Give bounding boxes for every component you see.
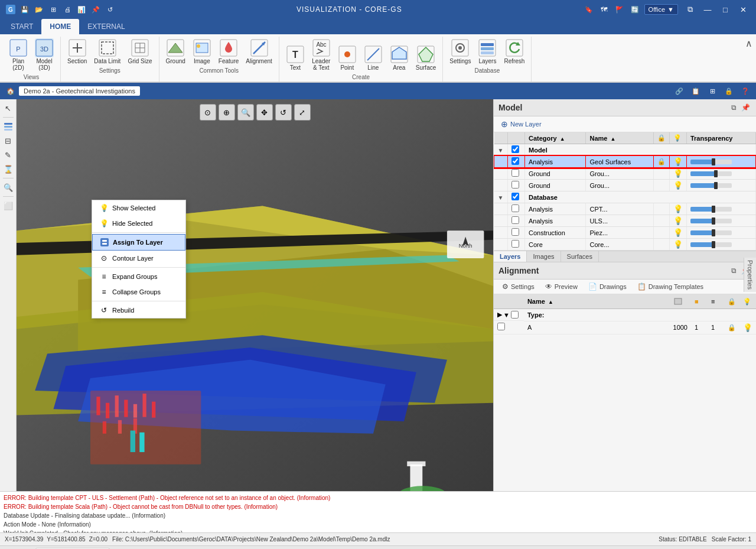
row-lock[interactable]: 🔒 (653, 156, 669, 168)
align-row-bulb[interactable]: 💡 (739, 321, 756, 334)
model-restore-btn[interactable]: ⧉ (728, 102, 739, 113)
bookmark-icon[interactable]: 🔖 (583, 4, 595, 15)
row-bulb[interactable]: 💡 (669, 168, 686, 180)
row-check[interactable] (508, 180, 525, 191)
layers-button[interactable]: Layers (475, 37, 500, 66)
row-transparency[interactable] (686, 203, 755, 215)
row-bulb[interactable]: 💡 (669, 180, 686, 191)
sync-icon[interactable]: 🔄 (629, 4, 641, 15)
ground-button[interactable]: Ground (163, 37, 188, 66)
flag-icon[interactable]: 🚩 (614, 4, 625, 15)
toolbar-icon3[interactable]: 📊 (76, 4, 87, 15)
point-button[interactable]: Point (335, 43, 360, 73)
info-question-icon[interactable]: ❓ (739, 85, 751, 97)
pan-btn[interactable]: ✥ (256, 104, 273, 121)
row-check[interactable] (508, 203, 525, 215)
model-tab-images[interactable]: Images (527, 251, 561, 262)
row-check[interactable] (508, 168, 525, 180)
fullscreen-btn[interactable]: ⤢ (294, 104, 311, 121)
crop-tool[interactable]: ⊟ (2, 134, 15, 147)
align-row-lock[interactable]: 🔒 (724, 321, 739, 334)
properties-tab[interactable]: Properties (744, 257, 756, 291)
feature-button[interactable]: Feature (216, 37, 242, 66)
row-transparency[interactable] (686, 239, 755, 251)
alignment-button[interactable]: Alignment (243, 37, 275, 66)
data-limit-button[interactable]: Data Limit (91, 37, 123, 66)
align-tab-drawing-templates[interactable]: 📋 Drawing Templates (633, 281, 708, 293)
toolbar-icon4[interactable]: 📌 (90, 4, 102, 15)
open-icon[interactable]: 📂 (33, 4, 45, 15)
refresh-button[interactable]: Refresh (501, 37, 527, 66)
measure-tool[interactable]: ⌛ (2, 163, 15, 176)
maximize-btn[interactable]: □ (717, 1, 734, 18)
viewport[interactable]: ⊙ ⊕ 🔍 ✥ ↺ ⤢ (17, 99, 493, 491)
close-btn[interactable]: ✕ (735, 1, 751, 18)
undo-icon[interactable]: ↺ (104, 4, 116, 15)
align-tab-preview[interactable]: 👁 Preview (540, 281, 582, 293)
surface-button[interactable]: Surface (413, 43, 439, 73)
row-expand[interactable]: ▼ (494, 191, 508, 203)
info-copy-icon[interactable]: 📋 (690, 85, 702, 97)
row-transparency[interactable] (686, 168, 755, 180)
row-bulb[interactable]: 💡 (669, 215, 686, 227)
restore-btn[interactable]: ⧉ (682, 1, 698, 18)
project-home-icon[interactable]: 🏠 (5, 85, 17, 97)
line-button[interactable]: Line (361, 43, 386, 73)
map-icon[interactable]: 🗺 (598, 4, 610, 15)
align-tab-drawings[interactable]: 📄 Drawings (584, 281, 631, 293)
row-check[interactable] (508, 144, 525, 156)
zoom-btn[interactable]: 🔍 (237, 104, 254, 121)
toolbar-icon1[interactable]: ⊞ (47, 4, 59, 15)
toolbar-icon2[interactable]: 🖨 (61, 4, 73, 15)
row-check[interactable] (508, 215, 525, 227)
reset-btn[interactable]: ↺ (275, 104, 292, 121)
model-3d-button[interactable]: 3D Model(3D) (32, 37, 57, 73)
layers-tool[interactable] (2, 120, 15, 133)
orbit-btn[interactable]: ⊙ (200, 104, 216, 121)
row-check[interactable] (508, 239, 525, 251)
info-link-icon[interactable]: 🔗 (673, 85, 685, 97)
square-tool[interactable]: ⬜ (2, 199, 15, 212)
tab-home[interactable]: HOME (41, 19, 79, 34)
tab-external[interactable]: EXTERNAL (79, 19, 133, 34)
row-expand[interactable]: ▼ (494, 144, 508, 156)
leader-text-button[interactable]: Abc Leader& Text (309, 37, 334, 73)
settings-button[interactable]: Settings (447, 37, 474, 66)
col-category[interactable]: Category ▲ (525, 132, 586, 144)
tab-start[interactable]: START (2, 19, 41, 34)
model-tab-surfaces[interactable]: Surfaces (561, 251, 599, 262)
align-row-check[interactable] (494, 321, 524, 334)
align-col-name[interactable]: Name ▲ (524, 294, 670, 309)
model-pin-btn[interactable]: 📌 (739, 102, 751, 113)
image-button[interactable]: Image (190, 37, 214, 66)
zoom-extents-btn[interactable]: ⊕ (219, 104, 235, 121)
row-bulb[interactable]: 💡 (669, 156, 686, 168)
row-check[interactable] (508, 227, 525, 239)
row-check[interactable] (508, 191, 525, 203)
info-lock-icon[interactable]: 🔒 (723, 85, 735, 97)
grid-size-button[interactable]: Grid Size (125, 37, 155, 66)
row-transparency[interactable] (686, 227, 755, 239)
new-layer-button[interactable]: ⊕ New Layer (497, 118, 545, 130)
col-name[interactable]: Name ▲ (586, 132, 653, 144)
model-tab-layers[interactable]: Layers (494, 251, 527, 262)
row-transparency[interactable] (686, 156, 755, 168)
row-bulb[interactable]: 💡 (669, 203, 686, 215)
row-bulb[interactable]: 💡 (669, 227, 686, 239)
area-button[interactable]: Area (387, 43, 412, 73)
select-tool[interactable]: ↖ (2, 102, 15, 115)
pencil-tool[interactable]: ✎ (2, 148, 15, 161)
align-tab-settings[interactable]: ⚙ Settings (497, 281, 539, 293)
row-bulb[interactable]: 💡 (669, 239, 686, 251)
alignment-restore-btn[interactable]: ⧉ (728, 265, 739, 277)
app-icon[interactable]: G (5, 4, 17, 15)
ribbon-collapse-btn[interactable]: ∧ (742, 37, 756, 50)
text-button[interactable]: T Text (283, 43, 308, 73)
save-icon[interactable]: 💾 (19, 4, 31, 15)
zoom-tool[interactable]: 🔍 (2, 181, 15, 194)
minimize-btn[interactable]: — (699, 1, 716, 18)
info-table-icon[interactable]: ⊞ (706, 85, 718, 97)
align-row-expand[interactable]: ▶ ▼ (494, 309, 524, 321)
row-transparency[interactable] (686, 215, 755, 227)
plan-2d-button[interactable]: P Plan(2D) (6, 37, 31, 73)
